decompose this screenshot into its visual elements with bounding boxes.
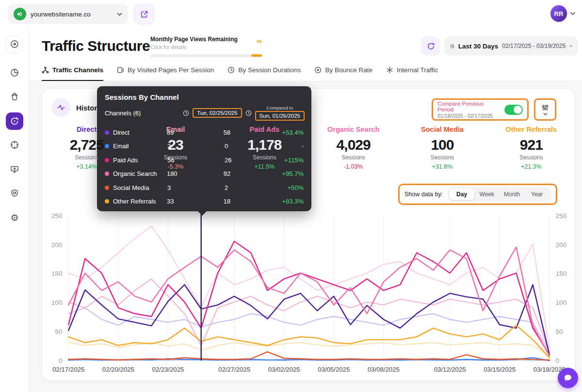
sidebar-nav: ⚙ [0, 28, 29, 392]
granularity-month[interactable]: Month [500, 188, 525, 200]
gear-icon: ⚙ [10, 213, 18, 222]
svg-text:50: 50 [55, 328, 62, 335]
svg-text:03/05/2025: 03/05/2025 [318, 366, 350, 373]
report-tabs: Traffic Channels By Visited Pages Per Se… [42, 66, 438, 81]
sidebar-item-privacy[interactable] [6, 185, 23, 202]
shopping-bag-icon [10, 92, 19, 101]
stat-paid-ads: Paid Ads 1,178 Sessions +11.5% [220, 125, 309, 170]
svg-text:03/12/2025: 03/12/2025 [434, 366, 466, 373]
aperture-icon [10, 140, 19, 150]
chevron-down-icon [570, 12, 575, 15]
compass-icon [10, 39, 19, 49]
stat-label: Other Referrals [506, 125, 557, 133]
current-value: 33 [167, 198, 224, 205]
previous-value: 92 [224, 170, 282, 177]
sidebar-item-overview[interactable] [6, 35, 23, 53]
bounce-rate-tab-icon [314, 66, 322, 74]
compare-previous-period: Compare Previous Period 01/18/2025 - 02/… [432, 98, 529, 121]
stat-label: Organic Search [327, 125, 379, 133]
sidebar-item-recordings[interactable] [6, 136, 23, 154]
range-preset: Last 30 Days [458, 43, 499, 50]
svg-text:03/15/2025: 03/15/2025 [484, 366, 516, 373]
current-value: 3 [167, 184, 225, 191]
channel-dot [105, 199, 109, 204]
tab-traffic-channels[interactable]: Traffic Channels [42, 66, 103, 81]
quota-details-link[interactable]: Click for details [150, 44, 262, 50]
stat-unit: Sessions [341, 154, 365, 161]
date-range-picker[interactable]: Last 30 Days 02/17/2025 - 03/19/2025 [444, 36, 578, 56]
page-title: Traffic Structure [42, 38, 150, 54]
site-name: yourwebsitename.co [31, 11, 113, 18]
sidebar-item-settings[interactable]: ⚙ [6, 209, 23, 226]
chevron-down-icon [543, 113, 548, 115]
svg-text:50: 50 [555, 328, 563, 335]
svg-text:100: 100 [555, 299, 566, 306]
previous-value: 18 [224, 198, 282, 205]
clock-icon [183, 110, 189, 116]
site-selector[interactable]: yourwebsitename.co [8, 4, 128, 24]
stat-label: Direct [77, 125, 97, 133]
tab-label: By Visited Pages Per Session [128, 66, 214, 74]
chat-support-button[interactable] [558, 368, 578, 388]
chevron-down-icon [569, 45, 572, 47]
change-value: +95.7% [282, 170, 304, 177]
tooltip-title: Sessions By Channel [97, 86, 311, 104]
granularity-week[interactable]: Week [474, 188, 500, 200]
open-website-button[interactable] [134, 4, 154, 24]
tab-visited-pages[interactable]: By Visited Pages Per Session [117, 66, 214, 81]
tab-bounce-rate[interactable]: By Bounce Rate [314, 66, 372, 81]
clock-icon [245, 110, 252, 116]
chart-filter-button[interactable] [534, 98, 556, 121]
tab-internal-traffic[interactable]: Internal Traffic [386, 66, 438, 81]
svg-text:03/08/2025: 03/08/2025 [368, 366, 400, 373]
svg-text:200: 200 [51, 241, 63, 249]
refresh-button[interactable] [421, 36, 440, 56]
stat-unit: Sessions [164, 154, 188, 161]
tab-label: By Session Durations [238, 66, 301, 74]
channel-label: Organic Search [113, 170, 167, 177]
stat-change: +3.14% [76, 163, 97, 170]
stat-change: -5.3% [168, 163, 184, 170]
toggle-knob [514, 106, 522, 114]
chart-area[interactable]: 00505010010015015020020025025002/17/2025… [48, 211, 570, 376]
granularity-segmented: Day Week Month Year [448, 187, 551, 202]
sidebar-item-analytics[interactable] [6, 64, 23, 81]
stat-social-media: Social Media 100 Sessions +31.6% [398, 125, 486, 170]
pie-chart-icon [10, 68, 19, 78]
svg-text:02/20/2025: 02/20/2025 [102, 366, 134, 373]
refresh-icon [427, 42, 435, 50]
channel-dot [105, 172, 109, 176]
change-value: +83.3% [282, 198, 304, 205]
channel-dot [105, 186, 109, 190]
sidebar-item-traffic[interactable] [6, 112, 23, 130]
current-value: 180 [167, 170, 224, 177]
sidebar-item-ecommerce[interactable] [6, 88, 23, 105]
granularity-day[interactable]: Day [449, 188, 474, 200]
stat-value: 100 [431, 137, 453, 153]
internal-traffic-tab-icon [386, 66, 393, 74]
stat-direct: Direct 2,725 Sessions +3.14% [42, 125, 131, 170]
sidebar-item-feedback[interactable] [6, 160, 23, 178]
topbar: yourwebsitename.co RR [0, 0, 582, 28]
stat-unit: Sessions [75, 154, 98, 161]
visited-pages-tab-icon [117, 66, 124, 74]
account-menu[interactable]: RR [550, 4, 575, 23]
svg-text:200: 200 [555, 241, 566, 249]
stat-value: 921 [520, 137, 543, 153]
stat-label: Paid Ads [250, 125, 280, 133]
traffic-line-chart[interactable]: 00505010010015015020020025025002/17/2025… [48, 211, 570, 376]
stat-change: +11.5% [254, 163, 275, 170]
tab-session-durations[interactable]: By Session Durations [227, 66, 301, 81]
svg-text:0: 0 [59, 357, 63, 364]
previous-value: 2 [225, 184, 284, 191]
svg-text:250: 250 [51, 212, 63, 220]
show-data-by-label: Show data by: [404, 191, 443, 198]
traffic-structure-card: Historic Development of Traffic Structur… [42, 88, 575, 381]
compare-toggle[interactable] [504, 105, 523, 115]
tooltip-row: Other Referrals 33 18 +83.3% [105, 195, 304, 209]
tooltip-compared-date-chip: Sun, 01/26/2025 [255, 111, 305, 121]
channel-stats-row: Direct 2,725 Sessions +3.14% Email 23 Se… [42, 125, 576, 170]
infinity-icon: ∞ [257, 37, 262, 45]
range-dates: 02/17/2025 - 03/19/2025 [502, 43, 566, 49]
granularity-year[interactable]: Year [524, 188, 550, 200]
